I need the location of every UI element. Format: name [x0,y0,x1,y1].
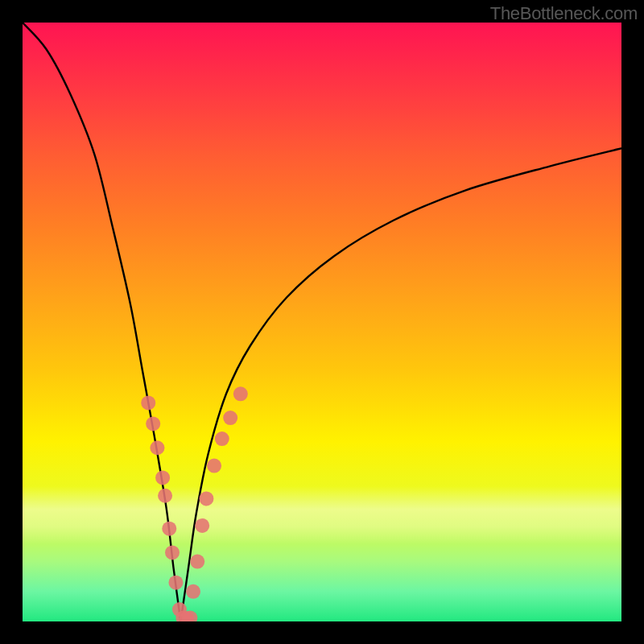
curve-layer [23,23,621,621]
data-marker [233,386,248,401]
watermark-text: TheBottleneck.com [490,3,638,24]
data-marker [223,411,237,425]
left-curve [23,23,180,621]
data-marker [165,545,180,559]
plot-area [23,23,621,621]
data-marker [195,518,209,533]
data-marker [155,470,170,485]
data-marker [207,459,221,473]
data-marker [215,431,229,446]
right-curve [180,148,621,621]
data-marker [150,440,164,455]
chart-canvas: TheBottleneck.com [0,0,644,644]
data-marker [141,395,155,410]
data-marker [190,555,204,569]
data-marker [168,576,183,590]
data-marker [186,584,200,599]
data-marker [158,489,172,503]
data-marker [162,522,176,536]
marker-group [141,386,248,621]
data-marker [146,416,160,431]
data-marker [199,491,213,506]
